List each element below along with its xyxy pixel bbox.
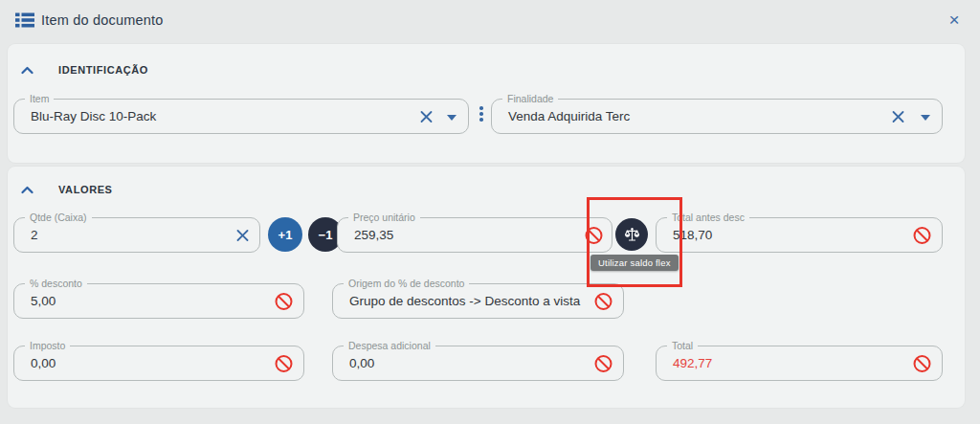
imposto-value: 0,00 xyxy=(31,346,56,380)
despesa-adicional-value: 0,00 xyxy=(349,346,374,380)
chevron-down-icon[interactable] xyxy=(447,115,457,121)
clear-x-icon[interactable] xyxy=(891,109,905,123)
item-do-documento-dialog: Item do documento × IDENTIFICAÇÃO Item B… xyxy=(0,0,980,424)
qtde-value: 2 xyxy=(31,218,38,252)
page-title: Item do documento xyxy=(41,12,164,28)
finalidade-value: Venda Adquirida Terc xyxy=(508,100,630,133)
list-icon xyxy=(15,12,34,28)
blocked-icon xyxy=(593,353,613,373)
total-value: 492,77 xyxy=(673,346,712,380)
total-antes-desc-value: 518,70 xyxy=(673,218,712,252)
item-value: Blu-Ray Disc 10-Pack xyxy=(31,100,156,133)
section-title-identificacao: IDENTIFICAÇÃO xyxy=(58,64,148,76)
clear-x-icon[interactable] xyxy=(419,109,434,123)
blocked-icon xyxy=(274,291,294,311)
blocked-icon xyxy=(274,353,294,373)
close-icon[interactable]: × xyxy=(942,8,967,33)
origem-desconto-value: Grupo de descontos -> Desconto a vista xyxy=(349,284,580,318)
finalidade-field[interactable]: Finalidade Venda Adquirida Terc xyxy=(491,99,943,134)
blocked-icon xyxy=(593,291,613,311)
origem-desconto-field[interactable]: Origem do % de desconto Grupo de descont… xyxy=(332,283,624,319)
blocked-icon xyxy=(912,353,932,373)
preco-unitario-value: 259,35 xyxy=(354,218,393,252)
blocked-icon xyxy=(584,225,604,245)
balance-scale-icon xyxy=(624,227,640,243)
section-title-valores: VALORES xyxy=(58,184,113,195)
chevron-down-icon[interactable] xyxy=(921,115,930,121)
perc-desconto-value: 5,00 xyxy=(31,284,56,318)
total-field[interactable]: Total 492,77 xyxy=(656,346,943,381)
imposto-field[interactable]: Imposto 0,00 xyxy=(13,346,304,381)
item-field[interactable]: Item Blu-Ray Disc 10-Pack xyxy=(13,99,469,134)
increment-button[interactable]: +1 xyxy=(268,217,302,252)
chevron-up-icon[interactable] xyxy=(21,66,33,75)
section-valores: VALORES Qtde (Caixa) 2 +1 −1 Preço unitá… xyxy=(8,167,965,408)
qtde-field[interactable]: Qtde (Caixa) 2 xyxy=(13,217,260,253)
perc-desconto-field[interactable]: % desconto 5,00 xyxy=(13,283,304,319)
tooltip-utilizar-saldo-flex: Utilizar saldo flex xyxy=(590,255,679,271)
utilizar-saldo-flex-button[interactable] xyxy=(615,218,648,251)
clear-x-icon[interactable] xyxy=(235,228,250,242)
preco-unitario-field[interactable]: Preço unitário 259,35 xyxy=(337,217,612,253)
item-options-kebab-icon[interactable] xyxy=(478,104,485,123)
total-antes-desc-field[interactable]: Total antes desc 518,70 xyxy=(656,217,943,253)
blocked-icon xyxy=(912,225,932,245)
dialog-header: Item do documento × xyxy=(0,0,980,41)
despesa-adicional-field[interactable]: Despesa adicional 0,00 xyxy=(332,346,624,381)
chevron-up-icon[interactable] xyxy=(21,186,33,194)
section-identificacao: IDENTIFICAÇÃO Item Blu-Ray Disc 10-Pack … xyxy=(8,44,965,163)
